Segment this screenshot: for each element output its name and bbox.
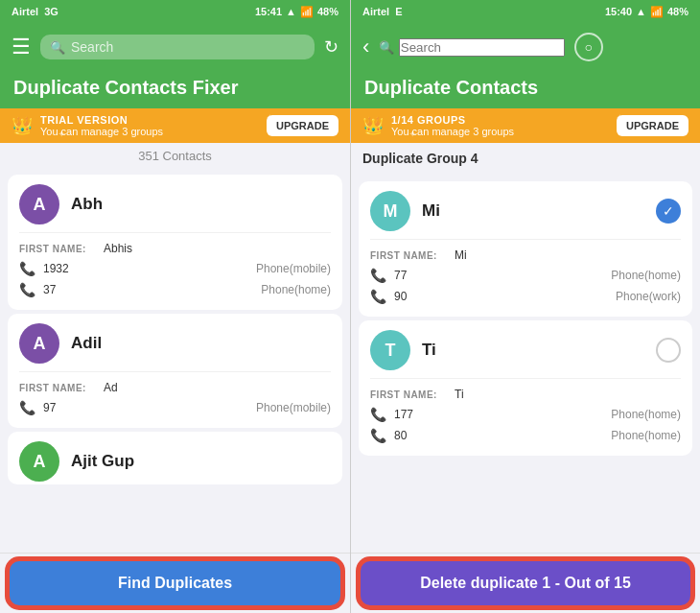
left-contact-details-1: FIRST NAME: Abhis 📞 1932 Phone(mobile) 📞…	[19, 232, 331, 300]
right-search-icon: 🔍	[379, 40, 394, 55]
right-signal-icon: ▲	[636, 6, 646, 17]
find-duplicates-button[interactable]: Find Duplicates	[10, 561, 340, 605]
left-contact-card-1[interactable]: A Abh FIRST NAME: Abhis 📞 1932 Phone(mob…	[8, 175, 342, 310]
left-status-bar: Airtel 3G 15:41 ▲ 📶 48%	[0, 0, 350, 23]
right-phone-icon-2-0: 📞	[370, 407, 386, 422]
left-contact-name-1: Abh	[71, 195, 103, 214]
right-firstname-label-2: FIRST NAME:	[370, 389, 447, 400]
left-phone-row-1-1: 📞 37 Phone(home)	[19, 279, 331, 300]
right-phone-type-1-0: Phone(home)	[611, 269, 681, 282]
left-firstname-value-1: Abhis	[104, 242, 132, 255]
right-phone-type-2-0: Phone(home)	[611, 408, 681, 421]
left-phone-icon-1-0: 📞	[19, 261, 35, 276]
right-banner-subtitle: You can manage 3 groups	[391, 126, 609, 137]
left-phone-type-1-0: Phone(mobile)	[256, 262, 331, 275]
left-app-title: Duplicate Contacts Fixer	[13, 77, 337, 99]
back-button[interactable]: ‹	[362, 35, 369, 59]
hamburger-icon[interactable]: ☰	[12, 35, 31, 59]
right-status-right: 15:40 ▲ 📶 48%	[605, 6, 688, 18]
right-phone-row-2-1: 📞 80 Phone(home)	[370, 425, 681, 446]
left-bottom-btn-container: Find Duplicates	[0, 553, 350, 613]
right-contact-name-2: Ti	[422, 341, 436, 360]
left-crown-icon: 👑	[12, 115, 33, 136]
refresh-icon[interactable]: ↻	[324, 36, 338, 58]
right-app-title: Duplicate Contacts	[364, 77, 687, 99]
left-search-input[interactable]	[71, 39, 305, 55]
right-banner: 👑 1/14 GROUPS You can manage 3 groups UP…	[351, 108, 700, 143]
right-check-1[interactable]: ✓	[656, 199, 681, 224]
left-avatar-2: A	[19, 323, 59, 364]
right-search-box[interactable]: 🔍	[379, 38, 564, 57]
right-contact-name-1: Mi	[422, 201, 440, 221]
right-phone-type-1-1: Phone(work)	[616, 290, 681, 303]
checkmark-icon-1: ✓	[663, 203, 674, 219]
right-contacts-list: M Mi ✓ FIRST NAME: Mi 📞 77 Phone(home) 📞	[351, 174, 700, 553]
right-upgrade-button[interactable]: UPGRADE	[617, 115, 688, 136]
right-battery: 48%	[667, 6, 688, 17]
left-phone-num-2-0: 97	[43, 401, 56, 414]
right-crown-icon: 👑	[362, 115, 384, 136]
left-contact-header-3: A Ajit Gup	[19, 441, 331, 482]
right-dup-card-1[interactable]: M Mi ✓ FIRST NAME: Mi 📞 77 Phone(home) 📞	[359, 181, 692, 317]
left-phone-num-1-0: 1932	[43, 262, 69, 275]
right-dup-card-2[interactable]: T Ti FIRST NAME: Ti 📞 177 Phone(home) 📞 …	[359, 320, 692, 456]
left-detail-firstname-label-2: FIRST NAME: Ad	[19, 378, 331, 397]
left-status-left: Airtel 3G	[12, 6, 58, 17]
right-time: 15:40	[605, 6, 632, 17]
left-banner: 👑 TRIAL VERSION You can manage 3 groups …	[0, 108, 350, 143]
left-contact-card-2[interactable]: A Adil FIRST NAME: Ad 📞 97 Phone(mobile)	[8, 314, 342, 428]
left-phone: Airtel 3G 15:41 ▲ 📶 48% ☰ 🔍 ↻ Duplicate …	[0, 0, 350, 613]
right-phone-type-2-1: Phone(home)	[611, 429, 681, 442]
left-contacts-list: A Abh FIRST NAME: Abhis 📞 1932 Phone(mob…	[0, 167, 350, 553]
left-search-icon: 🔍	[50, 40, 65, 55]
right-search-input[interactable]	[399, 38, 565, 57]
left-app-title-bar: Duplicate Contacts Fixer	[0, 71, 350, 108]
left-phone-icon-2-0: 📞	[19, 400, 35, 415]
right-phone-num-2-1: 80	[394, 429, 407, 442]
left-search-box[interactable]: 🔍	[40, 35, 315, 59]
left-network: 3G	[44, 6, 58, 17]
left-upgrade-button[interactable]: UPGRADE	[267, 115, 338, 136]
left-contact-header-2: A Adil	[19, 323, 331, 364]
left-phone-row-1-0: 📞 1932 Phone(mobile)	[19, 258, 331, 279]
left-nav-bar: ☰ 🔍 ↻	[0, 23, 350, 71]
left-contact-header-1: A Abh	[19, 184, 331, 224]
right-banner-text: 1/14 GROUPS You can manage 3 groups	[391, 114, 609, 137]
circle-button[interactable]: ○	[574, 33, 603, 61]
right-nav-bar: ‹ 🔍 ○	[351, 23, 700, 71]
left-banner-text: TRIAL VERSION You can manage 3 groups	[40, 114, 259, 137]
left-contact-details-2: FIRST NAME: Ad 📞 97 Phone(mobile)	[19, 371, 331, 418]
right-dup-header-1: M Mi ✓	[370, 191, 681, 231]
left-carrier: Airtel	[12, 6, 38, 17]
right-firstname-value-1: Mi	[455, 248, 467, 262]
right-bottom-btn-container: Delete duplicate 1 - Out of 15	[351, 553, 700, 613]
right-phone-num-2-0: 177	[394, 408, 413, 421]
right-firstname-value-2: Ti	[455, 388, 464, 401]
right-status-left: Airtel E	[362, 6, 402, 17]
left-wifi-icon: 📶	[300, 6, 314, 18]
left-signal-icon: ▲	[286, 6, 296, 17]
left-phone-type-1-1: Phone(home)	[261, 283, 331, 296]
left-banner-subtitle: You can manage 3 groups	[40, 126, 259, 137]
left-time: 15:41	[255, 6, 282, 17]
left-firstname-label-2: FIRST NAME:	[19, 383, 96, 393]
left-contact-count: 351 Contacts	[0, 143, 350, 167]
right-phone-icon-1-1: 📞	[370, 289, 386, 304]
left-phone-num-1-1: 37	[43, 283, 56, 296]
right-status-bar: Airtel E 15:40 ▲ 📶 48%	[351, 0, 700, 23]
right-detail-firstname-label-1: FIRST NAME: Mi	[370, 246, 681, 265]
left-firstname-value-2: Ad	[104, 381, 118, 394]
right-avatar-1: M	[370, 191, 410, 231]
left-contact-card-3[interactable]: A Ajit Gup	[8, 432, 342, 484]
left-firstname-label-1: FIRST NAME:	[19, 244, 96, 254]
left-phone-type-2-0: Phone(mobile)	[256, 401, 331, 414]
delete-duplicate-button[interactable]: Delete duplicate 1 - Out of 15	[361, 561, 690, 605]
right-detail-firstname-label-2: FIRST NAME: Ti	[370, 385, 681, 404]
right-check-2[interactable]	[656, 338, 681, 363]
left-phone-row-2-0: 📞 97 Phone(mobile)	[19, 397, 331, 418]
left-battery: 48%	[317, 6, 338, 17]
right-phone-icon-1-0: 📞	[370, 268, 386, 283]
right-phone-num-1-1: 90	[394, 290, 407, 303]
right-phone-num-1-0: 77	[394, 269, 407, 282]
right-phone-row-2-0: 📞 177 Phone(home)	[370, 404, 681, 425]
